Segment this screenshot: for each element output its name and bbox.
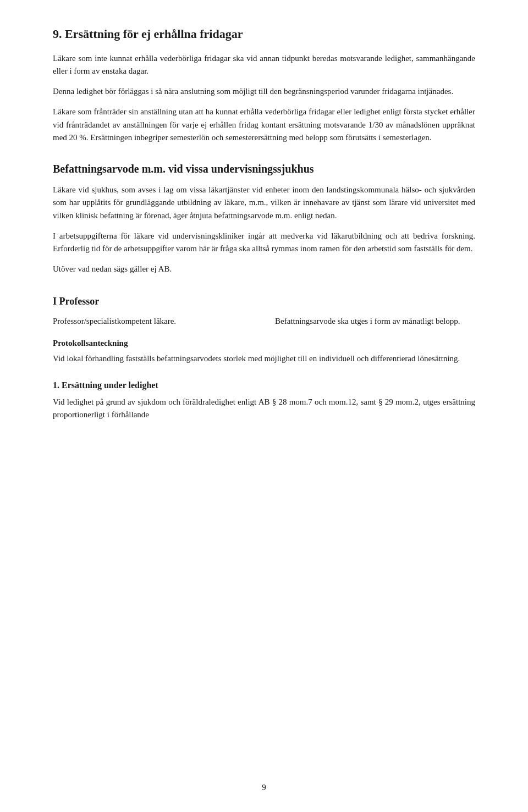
professor-col2: Befattningsarvode ska utges i form av må… — [275, 315, 475, 328]
ersattning-heading: 1. Ersättning under ledighet — [53, 380, 475, 390]
protokoll-heading: Protokollsanteckning — [53, 339, 475, 348]
section9-para3: Läkare som frånträder sin anställning ut… — [53, 106, 475, 144]
protokoll-text: Vid lokal förhandling fastställs befattn… — [53, 352, 475, 365]
befattning-para3: Utöver vad nedan sägs gäller ej AB. — [53, 263, 475, 275]
ersattning-section: 1. Ersättning under ledighet Vid ledighe… — [53, 380, 475, 422]
ersattning-text: Vid ledighet på grund av sjukdom och för… — [53, 396, 475, 422]
professor-two-col: Professor/specialistkompetent läkare. Be… — [53, 315, 475, 328]
professor-section: I Professor Professor/specialistkompeten… — [53, 296, 475, 328]
befattning-para2: I arbetsuppgifterna för läkare vid under… — [53, 230, 475, 256]
befattning-para1: Läkare vid sjukhus, som avses i lag om v… — [53, 184, 475, 222]
page: 9. Ersättning för ej erhållna fridagar L… — [0, 0, 528, 812]
professor-col1: Professor/specialistkompetent läkare. — [53, 315, 253, 328]
befattning-heading: Befattningsarvode m.m. vid vissa undervi… — [53, 162, 475, 176]
section9-para1: Läkare som inte kunnat erhålla vederbörl… — [53, 52, 475, 78]
section9-heading: 9. Ersättning för ej erhållna fridagar — [53, 26, 475, 42]
section9-para2: Denna ledighet bör förläggas i så nära a… — [53, 85, 475, 98]
page-number: 9 — [53, 783, 475, 792]
professor-title: I Professor — [53, 296, 475, 307]
